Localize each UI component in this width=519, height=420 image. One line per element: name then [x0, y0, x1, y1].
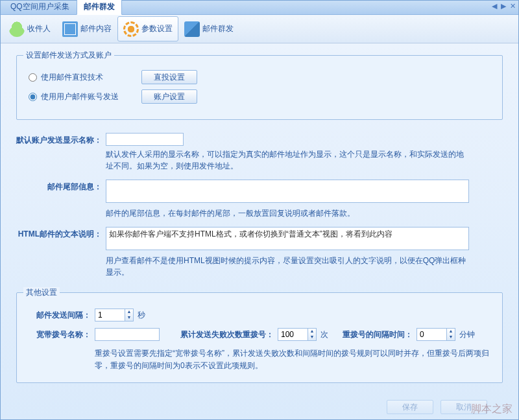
footer-hint: 邮件的尾部信息，在每封邮件的尾部，一般放置回复说明或者邮件落款。 — [106, 207, 469, 219]
mail-icon — [62, 21, 78, 37]
toolbar-params-label: 参数设置 — [141, 23, 173, 34]
save-button[interactable]: 保存 — [387, 400, 433, 414]
display-name-label: 默认账户发送显示名称： — [16, 133, 106, 172]
fail-spinner[interactable]: ▲▼ — [278, 328, 317, 341]
window-controls: ◀ ▶ ✕ — [492, 2, 516, 10]
redial-input[interactable] — [416, 328, 446, 341]
gear-icon — [123, 21, 139, 37]
prev-icon[interactable]: ◀ — [492, 2, 497, 10]
toolbar: 收件人 邮件内容 参数设置 邮件群发 — [1, 15, 518, 43]
radio-direct[interactable] — [29, 73, 37, 82]
content-area: 设置邮件发送方式及账户 使用邮件直投技术 直投设置 使用用户邮件账号发送 账户设… — [1, 43, 518, 419]
interval-input[interactable] — [95, 309, 125, 321]
toolbar-send[interactable]: 邮件群发 — [178, 16, 239, 41]
chevron-up-icon[interactable]: ▲ — [447, 329, 455, 334]
html-desc-textarea[interactable]: 如果你邮件客户端不支持HTML格式，或者你切换到“普通文本”视图，将看到此内容 — [106, 227, 469, 250]
send-method-legend: 设置邮件发送方式及账户 — [23, 50, 114, 61]
radio-account[interactable] — [29, 93, 37, 101]
direct-settings-button[interactable]: 直投设置 — [141, 70, 197, 84]
display-name-input[interactable] — [106, 133, 184, 146]
account-settings-button[interactable]: 账户设置 — [141, 89, 197, 104]
chevron-up-icon[interactable]: ▲ — [125, 309, 133, 315]
redial-label: 重拨号的间隔时间： — [343, 329, 413, 340]
interval-label: 邮件发送间隔： — [29, 310, 91, 321]
footer-buttons: 保存 取消 — [16, 396, 503, 414]
toolbar-params[interactable]: 参数设置 — [117, 16, 178, 41]
chevron-down-icon[interactable]: ▼ — [308, 334, 316, 340]
toolbar-content-label: 邮件内容 — [80, 23, 112, 34]
fail-input[interactable] — [278, 328, 308, 341]
main-tabstrip: QQ空间用户采集 邮件群发 ◀ ▶ ✕ — [1, 1, 518, 15]
send-icon — [184, 21, 200, 37]
toolbar-recipients-label: 收件人 — [27, 23, 51, 34]
radio-account-label[interactable]: 使用用户邮件账号发送 — [29, 91, 126, 102]
fail-label: 累计发送失败次数重拨号： — [180, 329, 274, 340]
interval-spinner[interactable]: ▲▼ — [95, 309, 134, 321]
toolbar-recipients[interactable]: 收件人 — [3, 16, 56, 41]
other-settings-group: 其他设置 邮件发送间隔： ▲▼ 秒 宽带拨号名称： 累计发送失败次数重拨号： ▲… — [16, 292, 503, 383]
app-window: QQ空间用户采集 邮件群发 ◀ ▶ ✕ 收件人 邮件内容 参数设置 邮件群发 设… — [0, 0, 519, 420]
other-hint: 重拨号设置需要先指定“宽带拨号名称”，累计发送失败次数和间隔时间的拨号规则可以同… — [95, 347, 490, 372]
footer-row: 邮件尾部信息： 邮件的尾部信息，在每封邮件的尾部，一般放置回复说明或者邮件落款。 — [16, 180, 503, 219]
close-icon[interactable]: ✕ — [510, 2, 516, 10]
toolbar-content[interactable]: 邮件内容 — [56, 16, 117, 41]
html-desc-label: HTML邮件的文本说明： — [16, 227, 106, 278]
chevron-down-icon[interactable]: ▼ — [447, 334, 455, 340]
other-settings-legend: 其他设置 — [23, 287, 60, 298]
redial-unit: 分钟 — [459, 329, 475, 340]
dial-input[interactable] — [95, 328, 160, 341]
footer-label: 邮件尾部信息： — [16, 180, 106, 219]
redial-spinner[interactable]: ▲▼ — [416, 328, 455, 341]
user-icon — [9, 21, 25, 37]
dial-label: 宽带拨号名称： — [29, 329, 91, 340]
interval-unit: 秒 — [138, 310, 145, 321]
display-name-hint: 默认发件人采用的显示名称，可以指定为真实的邮件地址作为显示，这个只是显示名称，和… — [106, 148, 469, 172]
chevron-up-icon[interactable]: ▲ — [308, 329, 316, 334]
footer-textarea[interactable] — [106, 180, 469, 203]
cancel-button[interactable]: 取消 — [441, 400, 487, 414]
tab-qq-collect[interactable]: QQ空间用户采集 — [3, 0, 77, 14]
html-desc-hint: 用户查看邮件不是使用HTML视图时候的提示内容，尽量设置突出吸引人的文字说明，以… — [106, 255, 469, 278]
fail-unit: 次 — [320, 329, 328, 340]
send-method-group: 设置邮件发送方式及账户 使用邮件直投技术 直投设置 使用用户邮件账号发送 账户设… — [16, 55, 503, 120]
toolbar-send-label: 邮件群发 — [202, 23, 234, 34]
chevron-down-icon[interactable]: ▼ — [125, 315, 133, 321]
next-icon[interactable]: ▶ — [501, 2, 506, 10]
radio-direct-label[interactable]: 使用邮件直投技术 — [29, 72, 126, 83]
html-desc-row: HTML邮件的文本说明： 如果你邮件客户端不支持HTML格式，或者你切换到“普通… — [16, 227, 503, 278]
tab-mail-send[interactable]: 邮件群发 — [77, 0, 122, 15]
display-name-row: 默认账户发送显示名称： 默认发件人采用的显示名称，可以指定为真实的邮件地址作为显… — [16, 133, 503, 172]
